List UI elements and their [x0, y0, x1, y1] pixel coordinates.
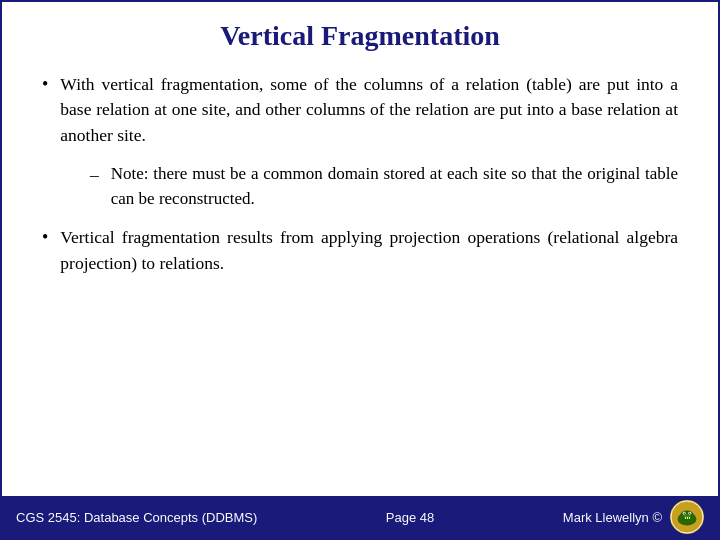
bullet-text-1: With vertical fragmentation, some of the… — [60, 72, 678, 148]
svg-point-5 — [684, 513, 685, 514]
bullet-item-1: • With vertical fragmentation, some of t… — [42, 72, 678, 148]
bullet-dot-2: • — [42, 227, 48, 248]
slide-footer: CGS 2545: Database Concepts (DDBMS) Page… — [2, 496, 718, 538]
note-dash: – — [90, 164, 99, 185]
bullet-text-2: Vertical fragmentation results from appl… — [60, 225, 678, 276]
footer-page: Page 48 — [386, 510, 434, 525]
svg-rect-9 — [687, 517, 688, 519]
footer-course: CGS 2545: Database Concepts (DDBMS) — [16, 510, 257, 525]
slide-body: • With vertical fragmentation, some of t… — [2, 62, 718, 496]
note-item: – Note: there must be a common domain st… — [42, 162, 678, 211]
slide-header: Vertical Fragmentation — [2, 2, 718, 62]
note-text: Note: there must be a common domain stor… — [111, 162, 678, 211]
bullet-item-2: • Vertical fragmentation results from ap… — [42, 225, 678, 276]
slide: Vertical Fragmentation • With vertical f… — [0, 0, 720, 540]
svg-rect-8 — [685, 517, 686, 519]
uf-logo — [670, 500, 704, 534]
footer-author: Mark Llewellyn © — [563, 510, 662, 525]
svg-rect-10 — [689, 517, 690, 519]
footer-right: Mark Llewellyn © — [563, 500, 704, 534]
bullet-dot-1: • — [42, 74, 48, 95]
svg-point-6 — [689, 513, 690, 514]
slide-title: Vertical Fragmentation — [42, 20, 678, 52]
